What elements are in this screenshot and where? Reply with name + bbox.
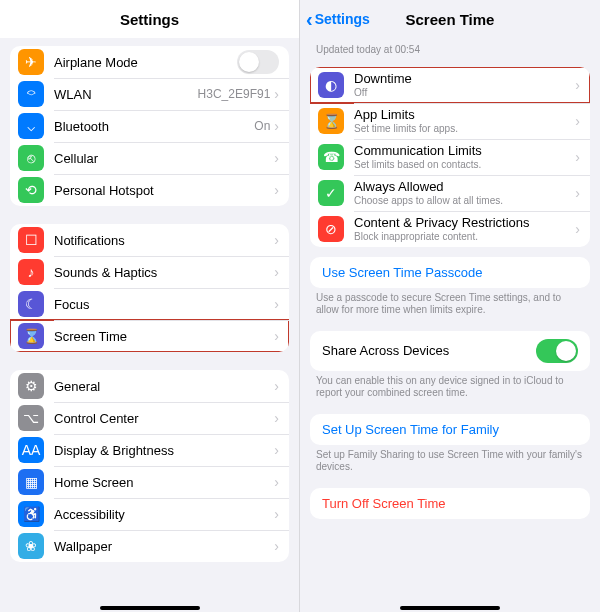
row-label: WLAN xyxy=(54,87,198,102)
back-button[interactable]: ‹ Settings xyxy=(306,0,370,38)
row-display-brightness[interactable]: AADisplay & Brightness› xyxy=(10,434,289,466)
home-indicator[interactable] xyxy=(100,606,200,610)
row-communication-limits[interactable]: ☎Communication LimitsSet limits based on… xyxy=(310,139,590,175)
row-wallpaper[interactable]: ❀Wallpaper› xyxy=(10,530,289,562)
row-bluetooth[interactable]: ⌵BluetoothOn› xyxy=(10,110,289,142)
chevron-right-icon: › xyxy=(274,378,279,394)
row-label: Accessibility xyxy=(54,507,274,522)
chevron-right-icon: › xyxy=(274,182,279,198)
row-notifications[interactable]: ☐Notifications› xyxy=(10,224,289,256)
cellular-icon: ⎋ xyxy=(18,145,44,171)
use-passcode-link[interactable]: Use Screen Time Passcode xyxy=(310,257,590,288)
accessibility-icon: ♿ xyxy=(18,501,44,527)
row-downtime[interactable]: ◐DowntimeOff› xyxy=(310,67,590,103)
row-label: Home Screen xyxy=(54,475,274,490)
family-caption: Set up Family Sharing to use Screen Time… xyxy=(300,445,600,478)
applimits-icon: ⌛ xyxy=(318,108,344,134)
screentime-pane: ‹ Settings Screen Time Updated today at … xyxy=(300,0,600,612)
settings-group-2: ⚙General›⌥Control Center›AADisplay & Bri… xyxy=(10,370,289,562)
chevron-right-icon: › xyxy=(575,77,580,93)
setup-family-link[interactable]: Set Up Screen Time for Family xyxy=(310,414,590,445)
wifi-icon: ⌔ xyxy=(18,81,44,107)
chevron-right-icon: › xyxy=(274,506,279,522)
hotspot-icon: ⟲ xyxy=(18,177,44,203)
chevron-right-icon: › xyxy=(274,296,279,312)
row-detail: On xyxy=(254,119,270,133)
row-detail: H3C_2E9F91 xyxy=(198,87,271,101)
row-focus[interactable]: ☾Focus› xyxy=(10,288,289,320)
settings-group-1: ☐Notifications›♪Sounds & Haptics›☾Focus›… xyxy=(10,224,289,352)
row-label: General xyxy=(54,379,274,394)
chevron-right-icon: › xyxy=(274,264,279,280)
screentime-title: Screen Time xyxy=(406,11,495,28)
row-accessibility[interactable]: ♿Accessibility› xyxy=(10,498,289,530)
row-label: Wallpaper xyxy=(54,539,274,554)
row-label: Airplane Mode xyxy=(54,55,237,70)
share-toggle[interactable] xyxy=(536,339,578,363)
updated-caption: Updated today at 00:54 xyxy=(300,38,600,61)
toggle[interactable] xyxy=(237,50,279,74)
row-label: Content & Privacy Restrictions xyxy=(354,215,575,230)
general-icon: ⚙ xyxy=(18,373,44,399)
chevron-right-icon: › xyxy=(274,150,279,166)
row-label: Bluetooth xyxy=(54,119,254,134)
row-sounds-haptics[interactable]: ♪Sounds & Haptics› xyxy=(10,256,289,288)
row-content-privacy-restrictions[interactable]: ⊘Content & Privacy RestrictionsBlock ina… xyxy=(310,211,590,247)
chevron-right-icon: › xyxy=(274,538,279,554)
chevron-right-icon: › xyxy=(274,474,279,490)
turn-off-link[interactable]: Turn Off Screen Time xyxy=(310,488,590,519)
row-personal-hotspot[interactable]: ⟲Personal Hotspot› xyxy=(10,174,289,206)
row-label: Control Center xyxy=(54,411,274,426)
row-sublabel: Set limits based on contacts. xyxy=(354,159,575,170)
row-label: Personal Hotspot xyxy=(54,183,274,198)
sounds-icon: ♪ xyxy=(18,259,44,285)
chevron-right-icon: › xyxy=(274,442,279,458)
row-airplane-mode[interactable]: ✈Airplane Mode xyxy=(10,46,289,78)
passcode-group: Use Screen Time Passcode xyxy=(310,257,590,288)
share-group: Share Across Devices xyxy=(310,331,590,371)
contentpriv-icon: ⊘ xyxy=(318,216,344,242)
row-general[interactable]: ⚙General› xyxy=(10,370,289,402)
chevron-right-icon: › xyxy=(274,118,279,134)
back-label: Settings xyxy=(315,11,370,27)
row-label: App Limits xyxy=(354,107,575,122)
screentime-navbar: ‹ Settings Screen Time xyxy=(300,0,600,38)
wallpaper-icon: ❀ xyxy=(18,533,44,559)
share-caption: You can enable this on any device signed… xyxy=(300,371,600,404)
row-label: Focus xyxy=(54,297,274,312)
row-sublabel: Block inappropriate content. xyxy=(354,231,575,242)
row-app-limits[interactable]: ⌛App LimitsSet time limits for apps.› xyxy=(310,103,590,139)
chevron-right-icon: › xyxy=(575,149,580,165)
row-label: Always Allowed xyxy=(354,179,575,194)
chevron-right-icon: › xyxy=(575,221,580,237)
chevron-right-icon: › xyxy=(575,113,580,129)
screentime-main-group: ◐DowntimeOff›⌛App LimitsSet time limits … xyxy=(310,67,590,247)
row-control-center[interactable]: ⌥Control Center› xyxy=(10,402,289,434)
row-always-allowed[interactable]: ✓Always AllowedChoose apps to allow at a… xyxy=(310,175,590,211)
row-wlan[interactable]: ⌔WLANH3C_2E9F91› xyxy=(10,78,289,110)
screentime-icon: ⌛ xyxy=(18,323,44,349)
passcode-caption: Use a passcode to secure Screen Time set… xyxy=(300,288,600,321)
chevron-right-icon: › xyxy=(274,86,279,102)
share-across-devices-row[interactable]: Share Across Devices xyxy=(310,331,590,371)
chevron-right-icon: › xyxy=(274,328,279,344)
commlimits-icon: ☎ xyxy=(318,144,344,170)
settings-title: Settings xyxy=(120,11,179,28)
bluetooth-icon: ⌵ xyxy=(18,113,44,139)
screentime-scroll[interactable]: Updated today at 00:54 ◐DowntimeOff›⌛App… xyxy=(300,38,600,612)
row-cellular[interactable]: ⎋Cellular› xyxy=(10,142,289,174)
family-group: Set Up Screen Time for Family xyxy=(310,414,590,445)
alwaysallowed-icon: ✓ xyxy=(318,180,344,206)
downtime-icon: ◐ xyxy=(318,72,344,98)
home-indicator[interactable] xyxy=(400,606,500,610)
row-label: Screen Time xyxy=(54,329,274,344)
row-sublabel: Choose apps to allow at all times. xyxy=(354,195,575,206)
row-label: Cellular xyxy=(54,151,274,166)
row-label: Downtime xyxy=(354,71,575,86)
chevron-right-icon: › xyxy=(274,410,279,426)
settings-scroll[interactable]: ✈Airplane Mode⌔WLANH3C_2E9F91›⌵Bluetooth… xyxy=(0,38,299,612)
row-screen-time[interactable]: ⌛Screen Time› xyxy=(10,320,289,352)
row-home-screen[interactable]: ▦Home Screen› xyxy=(10,466,289,498)
settings-navbar: Settings xyxy=(0,0,299,38)
settings-group-0: ✈Airplane Mode⌔WLANH3C_2E9F91›⌵Bluetooth… xyxy=(10,46,289,206)
